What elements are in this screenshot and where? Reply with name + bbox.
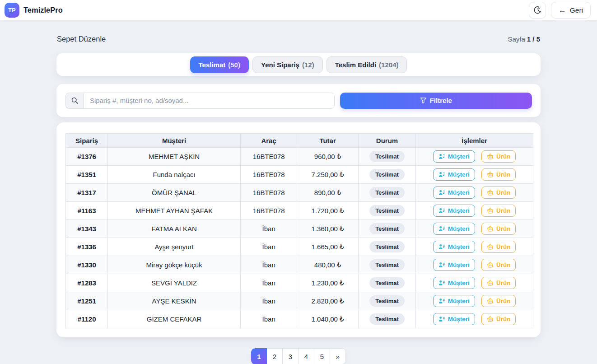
customer-button[interactable]: Müşteri xyxy=(433,187,475,199)
table-header-row: Sipariş Müşteri Araç Tutar Durum İşlemle… xyxy=(66,134,533,148)
page-button-5[interactable]: 5 xyxy=(314,348,330,364)
vehicle: İban xyxy=(241,220,297,238)
customer-button[interactable]: Müşteri xyxy=(433,277,475,289)
header-siparis: Sipariş xyxy=(66,134,108,148)
customer-button-label: Müşteri xyxy=(448,171,470,178)
person-lines-icon xyxy=(438,261,445,268)
status-badge: Teslimat xyxy=(369,151,405,162)
customer-button-label: Müşteri xyxy=(448,225,470,232)
table-row: #1376 MEHMET AŞKIN 16BTE078 960,00 ₺ Tes… xyxy=(66,148,533,166)
customer-button[interactable]: Müşteri xyxy=(433,168,475,181)
customer-button[interactable]: Müşteri xyxy=(433,295,475,307)
customer-button-label: Müşteri xyxy=(448,316,470,322)
amount: 7.250,00 ₺ xyxy=(297,166,359,184)
topbar: TP TemizlePro ← Geri xyxy=(0,0,597,21)
amount: 1.665,00 ₺ xyxy=(297,238,359,256)
table-row: #1330 Miray gökçe küçük İban 480,00 ₺ Te… xyxy=(66,256,533,274)
vehicle: İban xyxy=(241,256,297,274)
order-id: #1336 xyxy=(66,238,108,256)
product-button-label: Ürün xyxy=(496,207,511,214)
basket-icon xyxy=(487,280,494,286)
product-button[interactable]: Ürün xyxy=(481,313,516,325)
app-title: TemizlePro xyxy=(23,6,63,14)
customer-button[interactable]: Müşteri xyxy=(433,313,475,325)
order-id: #1343 xyxy=(66,220,108,238)
product-button-label: Ürün xyxy=(496,298,511,304)
tab-teslimat[interactable]: Teslimat (50) xyxy=(190,56,249,73)
orders-table-card: Sipariş Müşteri Araç Tutar Durum İşlemle… xyxy=(56,122,541,337)
basket-icon xyxy=(487,261,494,268)
status-badge: Teslimat xyxy=(369,241,405,252)
customer-button[interactable]: Müşteri xyxy=(433,241,475,253)
order-id: #1376 xyxy=(66,148,108,166)
page-button-3[interactable]: 3 xyxy=(283,348,298,364)
product-button[interactable]: Ürün xyxy=(481,168,516,181)
customer-button[interactable]: Müşteri xyxy=(433,259,475,271)
tab-yeni-siparis[interactable]: Yeni Sipariş (12) xyxy=(252,56,323,73)
customer-button-label: Müşteri xyxy=(448,243,470,250)
customer-button[interactable]: Müşteri xyxy=(433,223,475,235)
table-row: #1351 Funda nalçacı 16BTE078 7.250,00 ₺ … xyxy=(66,166,533,184)
person-lines-icon xyxy=(438,298,445,304)
product-button[interactable]: Ürün xyxy=(481,277,516,289)
page-button-4[interactable]: 4 xyxy=(298,348,314,364)
dark-mode-toggle[interactable] xyxy=(529,2,546,19)
product-button[interactable]: Ürün xyxy=(481,150,516,163)
order-id: #1351 xyxy=(66,166,108,184)
person-lines-icon xyxy=(438,243,445,250)
header-arac: Araç xyxy=(241,134,297,148)
page-indicator-label: Sayfa xyxy=(508,35,525,43)
person-lines-icon xyxy=(438,316,445,322)
person-lines-icon xyxy=(438,153,445,160)
customer-name: Funda nalçacı xyxy=(108,166,241,184)
customer-button[interactable]: Müşteri xyxy=(433,205,475,217)
amount: 480,00 ₺ xyxy=(297,256,359,274)
next-page-button[interactable]: » xyxy=(330,348,346,364)
product-button[interactable]: Ürün xyxy=(481,187,516,199)
basket-icon xyxy=(487,225,494,232)
basket-icon xyxy=(487,298,494,304)
vehicle: 16BTE078 xyxy=(241,148,297,166)
customer-name: MEHMET AYHAN ŞAFAK xyxy=(108,202,241,220)
status-badge: Teslimat xyxy=(369,169,405,180)
tab-count: (1204) xyxy=(379,61,398,69)
order-id: #1317 xyxy=(66,184,108,202)
basket-icon xyxy=(487,316,494,322)
app-logo: TP xyxy=(5,3,19,18)
filter-button[interactable]: Filtrele xyxy=(340,93,532,109)
tabs-bar: Teslimat (50) Yeni Sipariş (12) Teslim E… xyxy=(56,53,541,76)
product-button[interactable]: Ürün xyxy=(481,205,516,217)
basket-icon xyxy=(487,171,494,178)
customer-name: Ayşe şenyurt xyxy=(108,238,241,256)
order-id: #1251 xyxy=(66,292,108,310)
customer-button-label: Müşteri xyxy=(448,280,470,286)
table-row: #1283 SEVGİ YALDIZ İban 1.230,00 ₺ Tesli… xyxy=(66,274,533,292)
customer-button-label: Müşteri xyxy=(448,207,470,214)
table-row: #1163 MEHMET AYHAN ŞAFAK 16BTE078 1.720,… xyxy=(66,202,533,220)
product-button-label: Ürün xyxy=(496,243,511,250)
product-button-label: Ürün xyxy=(496,171,511,178)
table-row: #1120 GİZEM CEFAKAR İban 1.040,00 ₺ Tesl… xyxy=(66,310,533,328)
page-title: Sepet Düzenle xyxy=(57,35,106,43)
table-row: #1251 AYŞE KESKİN İban 2.820,00 ₺ Teslim… xyxy=(66,292,533,310)
page-button-1[interactable]: 1 xyxy=(251,348,267,364)
tab-teslim-edildi[interactable]: Teslim Edildi (1204) xyxy=(326,56,407,73)
customer-name: SEVGİ YALDIZ xyxy=(108,274,241,292)
product-button[interactable]: Ürün xyxy=(481,241,516,253)
amount: 960,00 ₺ xyxy=(297,148,359,166)
search-bar: Filtrele xyxy=(56,84,541,117)
back-button[interactable]: ← Geri xyxy=(551,2,591,19)
orders-table: Sipariş Müşteri Araç Tutar Durum İşlemle… xyxy=(65,133,533,328)
page-button-2[interactable]: 2 xyxy=(267,348,283,364)
order-id: #1330 xyxy=(66,256,108,274)
product-button[interactable]: Ürün xyxy=(481,223,516,235)
search-icon xyxy=(65,93,84,109)
status-badge: Teslimat xyxy=(369,205,405,216)
filter-button-label: Filtrele xyxy=(430,97,452,104)
vehicle: 16BTE078 xyxy=(241,166,297,184)
product-button[interactable]: Ürün xyxy=(481,259,516,271)
amount: 1.720,00 ₺ xyxy=(297,202,359,220)
product-button[interactable]: Ürün xyxy=(481,295,516,307)
customer-button[interactable]: Müşteri xyxy=(433,150,475,163)
search-input[interactable] xyxy=(84,93,335,109)
